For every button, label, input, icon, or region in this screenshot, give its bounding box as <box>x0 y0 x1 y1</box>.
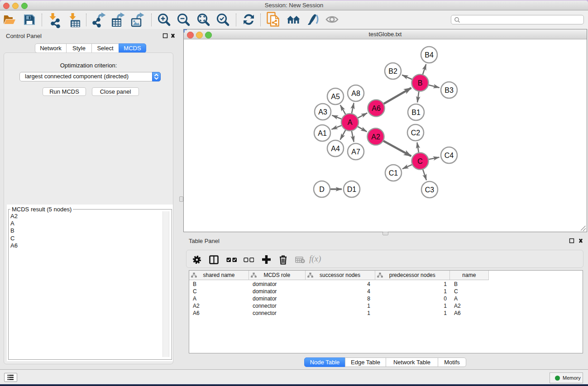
svg-text:D1: D1 <box>347 186 357 193</box>
svg-text:D: D <box>319 186 325 193</box>
svg-text:B: B <box>418 79 423 87</box>
svg-text:C2: C2 <box>411 129 421 137</box>
svg-text:A4: A4 <box>331 145 340 152</box>
svg-text:A2: A2 <box>371 133 380 141</box>
svg-text:A: A <box>348 119 353 126</box>
svg-text:C1: C1 <box>389 169 398 177</box>
svg-text:A3: A3 <box>318 108 327 116</box>
svg-text:C4: C4 <box>445 152 454 159</box>
svg-text:B3: B3 <box>445 86 454 94</box>
svg-text:C3: C3 <box>425 186 435 194</box>
svg-text:A8: A8 <box>351 90 360 97</box>
svg-text:A1: A1 <box>318 129 327 137</box>
svg-text:A7: A7 <box>351 148 360 156</box>
svg-text:A5: A5 <box>331 93 340 100</box>
svg-text:C: C <box>417 157 423 165</box>
svg-text:B2: B2 <box>388 67 397 75</box>
svg-text:B1: B1 <box>411 109 421 116</box>
svg-text:A6: A6 <box>372 105 381 112</box>
svg-text:B4: B4 <box>425 51 434 59</box>
